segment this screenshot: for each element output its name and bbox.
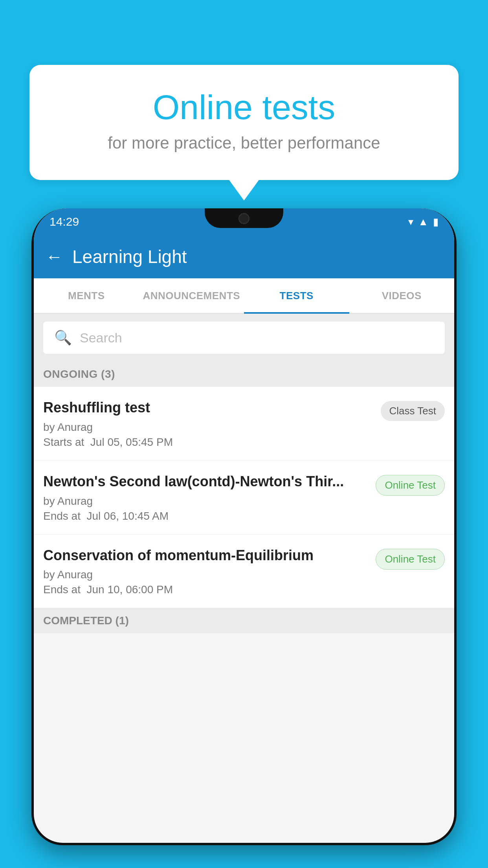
test-time-1: Ends at Jul 06, 10:45 AM bbox=[43, 510, 369, 522]
test-name-0: Reshuffling test bbox=[43, 399, 374, 417]
test-time-2: Ends at Jun 10, 06:00 PM bbox=[43, 583, 369, 596]
ongoing-section-header: ONGOING (3) bbox=[34, 362, 454, 387]
battery-icon: ▮ bbox=[433, 216, 438, 228]
search-container: 🔍 Search bbox=[34, 314, 454, 362]
test-item-0[interactable]: Reshuffling test by Anurag Starts at Jul… bbox=[34, 387, 454, 461]
phone-notch bbox=[205, 208, 283, 228]
test-item-2[interactable]: Conservation of momentum-Equilibrium by … bbox=[34, 535, 454, 609]
phone-frame: 14:29 ▾ ▲ ▮ ← Learning Light MENTS ANNOU… bbox=[31, 208, 457, 845]
phone-camera bbox=[238, 213, 250, 224]
completed-section-header: COMPLETED (1) bbox=[34, 608, 454, 633]
search-placeholder: Search bbox=[80, 330, 122, 346]
test-info-2: Conservation of momentum-Equilibrium by … bbox=[43, 546, 369, 596]
test-author-0: by Anurag bbox=[43, 421, 374, 434]
tab-ments[interactable]: MENTS bbox=[34, 278, 139, 313]
wifi-icon: ▾ bbox=[408, 216, 413, 228]
test-badge-1: Online Test bbox=[376, 475, 445, 496]
tabs-bar: MENTS ANNOUNCEMENTS TESTS VIDEOS bbox=[34, 278, 454, 314]
ongoing-section-title: ONGOING (3) bbox=[43, 368, 115, 380]
bubble-title: Online tests bbox=[61, 88, 427, 127]
tab-videos[interactable]: VIDEOS bbox=[349, 278, 455, 313]
test-time-0: Starts at Jul 05, 05:45 PM bbox=[43, 436, 374, 449]
tab-tests[interactable]: TESTS bbox=[244, 278, 349, 313]
test-name-1: Newton's Second law(contd)-Newton's Thir… bbox=[43, 473, 369, 491]
speech-bubble-container: Online tests for more practice, better p… bbox=[29, 65, 459, 180]
search-icon: 🔍 bbox=[54, 329, 72, 346]
test-author-2: by Anurag bbox=[43, 568, 369, 581]
test-author-1: by Anurag bbox=[43, 495, 369, 508]
test-badge-0: Class Test bbox=[381, 401, 445, 421]
test-item-1[interactable]: Newton's Second law(contd)-Newton's Thir… bbox=[34, 461, 454, 535]
phone-container: 14:29 ▾ ▲ ▮ ← Learning Light MENTS ANNOU… bbox=[31, 208, 457, 868]
test-name-2: Conservation of momentum-Equilibrium bbox=[43, 546, 369, 565]
completed-section-title: COMPLETED (1) bbox=[43, 614, 129, 627]
tab-announcements[interactable]: ANNOUNCEMENTS bbox=[139, 278, 244, 313]
test-info-1: Newton's Second law(contd)-Newton's Thir… bbox=[43, 473, 369, 522]
speech-bubble: Online tests for more practice, better p… bbox=[29, 65, 459, 180]
bubble-subtitle: for more practice, better performance bbox=[61, 134, 427, 153]
app-bar: ← Learning Light bbox=[34, 235, 454, 278]
status-time: 14:29 bbox=[50, 215, 79, 228]
app-title: Learning Light bbox=[72, 246, 187, 267]
test-list: Reshuffling test by Anurag Starts at Jul… bbox=[34, 387, 454, 608]
signal-icon: ▲ bbox=[418, 216, 428, 228]
test-badge-2: Online Test bbox=[376, 549, 445, 570]
phone-screen: 14:29 ▾ ▲ ▮ ← Learning Light MENTS ANNOU… bbox=[34, 208, 454, 843]
back-button[interactable]: ← bbox=[46, 247, 63, 267]
status-icons: ▾ ▲ ▮ bbox=[408, 216, 438, 228]
test-info-0: Reshuffling test by Anurag Starts at Jul… bbox=[43, 399, 374, 449]
search-bar[interactable]: 🔍 Search bbox=[43, 322, 445, 354]
